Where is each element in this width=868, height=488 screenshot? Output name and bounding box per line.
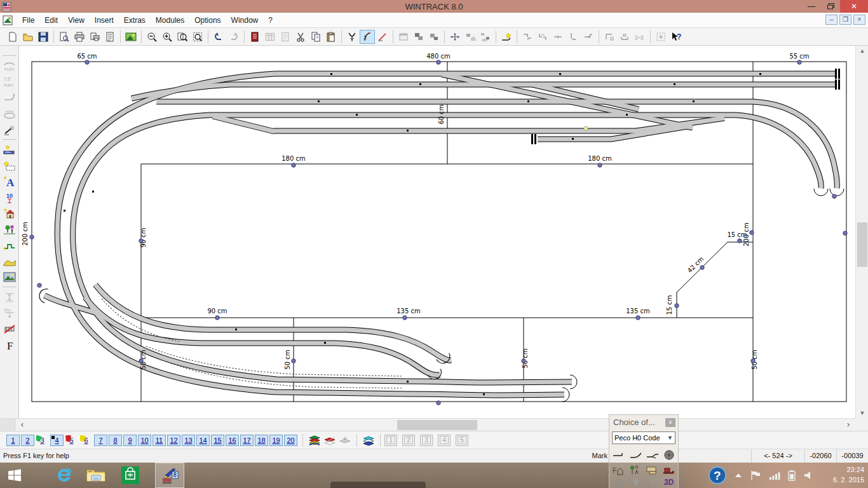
file-explorer-icon[interactable] xyxy=(81,463,111,488)
layer-button[interactable]: 13 xyxy=(182,435,195,446)
notes-icon[interactable] xyxy=(278,30,293,44)
page-button[interactable]: 2 xyxy=(402,435,415,446)
new-file-icon[interactable] xyxy=(5,30,20,44)
copy-icon[interactable] xyxy=(308,30,323,44)
building-icon[interactable] xyxy=(662,465,675,475)
menu-item[interactable]: Insert xyxy=(90,14,119,27)
page-button[interactable]: 5 xyxy=(456,435,468,446)
parts-list-icon[interactable] xyxy=(102,30,118,44)
h-spacing-icon[interactable]: 401m xyxy=(1,305,18,321)
track-bed-icon[interactable] xyxy=(1,105,18,121)
layer-button[interactable]: 14 xyxy=(196,435,210,446)
menu-item[interactable]: ? xyxy=(263,14,278,27)
restore-button[interactable] xyxy=(821,0,840,13)
arrow-up-icon[interactable] xyxy=(631,478,641,487)
menu-item[interactable]: Window xyxy=(226,14,264,27)
layers-color-icon[interactable] xyxy=(307,433,322,447)
track-fork-icon[interactable] xyxy=(344,30,360,44)
layer-button[interactable]: 1 xyxy=(6,435,20,446)
tile-icon[interactable] xyxy=(426,30,442,44)
cascade-icon[interactable] xyxy=(411,30,426,44)
start-button[interactable] xyxy=(0,463,29,488)
split-track-icon[interactable]: ½ xyxy=(535,30,550,44)
network-icon[interactable] xyxy=(769,470,780,480)
paste-icon[interactable] xyxy=(323,30,339,44)
layer-button[interactable]: 18 xyxy=(255,435,268,446)
close-button[interactable]: ✕ xyxy=(840,0,868,13)
zoom-page-icon[interactable] xyxy=(175,30,190,44)
terrain-icon[interactable] xyxy=(1,253,18,269)
arrow-down-icon[interactable] xyxy=(648,478,658,487)
v-spacing-icon[interactable] xyxy=(1,289,18,305)
zoom-in-icon[interactable] xyxy=(159,30,175,44)
layer-button[interactable]: 16 xyxy=(226,435,239,446)
layer-button[interactable]: 10 xyxy=(138,435,151,446)
track-gradient-icon[interactable] xyxy=(375,30,390,44)
print-preview-icon[interactable] xyxy=(57,30,72,44)
turntable-icon[interactable] xyxy=(663,449,675,461)
picture-icon[interactable] xyxy=(1,269,18,285)
rotate-copy-icon[interactable]: 180 xyxy=(463,30,478,44)
redo-icon[interactable] xyxy=(226,30,241,44)
layer-button[interactable]: 15 xyxy=(211,435,224,446)
measure-22-icon[interactable]: 22 xyxy=(632,30,648,44)
taskbar-clock[interactable]: 23:24 6. 2. 2015 xyxy=(833,464,864,485)
layer-button[interactable]: 2 xyxy=(21,435,34,446)
flag-icon[interactable] xyxy=(750,470,761,480)
battery-icon[interactable] xyxy=(788,470,796,481)
rotate-180-icon[interactable]: 180° xyxy=(478,30,493,44)
print-setup-icon[interactable] xyxy=(87,30,102,44)
layers-red-icon[interactable] xyxy=(322,433,337,447)
polyline-icon[interactable] xyxy=(1,237,18,253)
page-button[interactable]: 4 xyxy=(438,435,451,446)
measure-corner-icon[interactable] xyxy=(602,30,617,44)
flex-7520-icon[interactable]: 7,5°FLEX xyxy=(1,74,18,90)
layer-button[interactable]: 4 xyxy=(50,435,64,446)
layer-button[interactable]: 3 xyxy=(36,435,49,446)
move-icon[interactable] xyxy=(447,30,463,44)
wintrack-taskbar-icon[interactable]: 8 xyxy=(155,463,184,488)
menu-item[interactable]: Options xyxy=(189,14,226,27)
no-track-icon[interactable] xyxy=(1,321,18,337)
layer-button[interactable]: 8 xyxy=(109,435,122,446)
open-folder-icon[interactable] xyxy=(20,30,36,44)
minimize-button[interactable]: — xyxy=(802,0,821,13)
zoom-selection-icon[interactable] xyxy=(190,30,205,44)
vertical-scrollbar[interactable]: ▲ ▼ xyxy=(855,46,868,418)
dimension-tool-icon[interactable]: 10 xyxy=(1,189,18,205)
inventory-red-icon[interactable] xyxy=(247,30,262,44)
horizontal-scrollbar[interactable]: ‹ › xyxy=(0,418,855,431)
letter-f-icon[interactable]: F xyxy=(1,337,18,353)
scroll-right-icon[interactable]: › xyxy=(843,419,854,431)
track-curve-icon[interactable] xyxy=(360,30,375,44)
scroll-up-icon[interactable]: ▲ xyxy=(856,48,868,54)
track-riser-icon[interactable] xyxy=(1,90,18,105)
menu-item[interactable]: View xyxy=(63,14,90,27)
text-tool-icon[interactable]: A xyxy=(1,173,18,189)
tools-icon[interactable] xyxy=(614,478,625,487)
s-curve-track-icon[interactable] xyxy=(646,451,659,459)
print-icon[interactable] xyxy=(72,30,87,44)
table-icon[interactable] xyxy=(262,30,278,44)
ie-icon[interactable] xyxy=(50,463,79,488)
insert-piece-icon[interactable] xyxy=(499,30,514,44)
menu-item[interactable]: Extras xyxy=(119,14,151,27)
shift-track-icon[interactable] xyxy=(581,30,596,44)
tree-figure-icon[interactable] xyxy=(629,465,642,475)
horizontal-scroll-thumb[interactable] xyxy=(397,420,477,430)
house-icon[interactable] xyxy=(1,205,18,221)
measure-gap-icon[interactable] xyxy=(617,30,632,44)
curve-track-icon[interactable] xyxy=(630,451,642,459)
layer-button[interactable]: 19 xyxy=(269,435,283,446)
tray-caret-icon[interactable] xyxy=(735,472,742,478)
layer-button[interactable]: 9 xyxy=(123,435,137,446)
page-button[interactable]: 3 xyxy=(420,435,433,446)
layer-button[interactable]: 11 xyxy=(153,435,166,446)
layers-blue-icon[interactable] xyxy=(361,433,376,447)
layer-button[interactable]: 20 xyxy=(284,435,297,446)
flex-track-icon[interactable]: FLEX xyxy=(1,58,18,74)
plan-canvas[interactable]: 65 cm480 cm55 cm200 cm180 cm180 cm60 cm9… xyxy=(19,46,855,418)
page-button[interactable]: 1 xyxy=(384,435,397,446)
volume-icon[interactable] xyxy=(803,470,813,480)
menu-item[interactable]: Modules xyxy=(151,14,189,27)
